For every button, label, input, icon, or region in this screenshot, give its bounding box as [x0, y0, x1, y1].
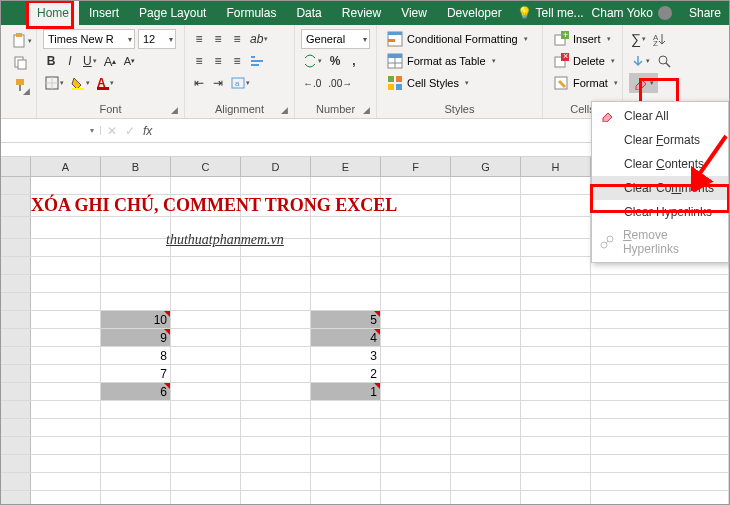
- col-E[interactable]: E: [311, 157, 381, 176]
- borders-button[interactable]: ▾: [43, 73, 66, 93]
- col-B[interactable]: B: [101, 157, 171, 176]
- cell-C13[interactable]: [171, 401, 241, 418]
- cell-B4[interactable]: [101, 239, 171, 256]
- cell-E8[interactable]: 5: [311, 311, 381, 328]
- cell-C12[interactable]: [171, 383, 241, 400]
- rowhead-2[interactable]: [1, 195, 31, 216]
- cell-B11[interactable]: 7: [101, 365, 171, 382]
- rowhead-1[interactable]: [1, 177, 31, 194]
- cell-H17[interactable]: [521, 473, 591, 490]
- percent-button[interactable]: %: [327, 51, 343, 71]
- cell-H15[interactable]: [521, 437, 591, 454]
- cell-B17[interactable]: [101, 473, 171, 490]
- cell-H16[interactable]: [521, 455, 591, 472]
- cell-E12[interactable]: 1: [311, 383, 381, 400]
- select-all-corner[interactable]: [1, 157, 31, 176]
- cell-H12[interactable]: [521, 383, 591, 400]
- rowhead-18[interactable]: [1, 491, 31, 505]
- cell-A6[interactable]: [31, 275, 101, 292]
- cell-E3[interactable]: [311, 217, 381, 238]
- tab-page-layout[interactable]: Page Layout: [129, 1, 216, 25]
- cell-B10[interactable]: 8: [101, 347, 171, 364]
- conditional-formatting-button[interactable]: Conditional Formatting▾: [383, 29, 536, 49]
- cell-C16[interactable]: [171, 455, 241, 472]
- sort-filter-icon[interactable]: AZ: [651, 29, 669, 49]
- cell-D7[interactable]: [241, 293, 311, 310]
- cell-A15[interactable]: [31, 437, 101, 454]
- col-D[interactable]: D: [241, 157, 311, 176]
- cell-A17[interactable]: [31, 473, 101, 490]
- format-as-table-button[interactable]: Format as Table▾: [383, 51, 536, 71]
- cell-_10[interactable]: [591, 347, 729, 364]
- find-select-icon[interactable]: [655, 51, 673, 71]
- tab-home[interactable]: Home: [27, 1, 79, 25]
- cell-B1[interactable]: [101, 177, 171, 194]
- user-account[interactable]: Cham Yoko: [592, 5, 673, 21]
- cell-A5[interactable]: [31, 257, 101, 274]
- cell-F16[interactable]: [381, 455, 451, 472]
- rowhead-17[interactable]: [1, 473, 31, 490]
- cell-_7[interactable]: [591, 293, 729, 310]
- cell-_9[interactable]: [591, 329, 729, 346]
- font-launcher[interactable]: ◢: [171, 105, 178, 115]
- enter-formula-icon[interactable]: ✓: [125, 124, 135, 138]
- cell-A8[interactable]: [31, 311, 101, 328]
- col-A[interactable]: A: [31, 157, 101, 176]
- tab-view[interactable]: View: [391, 1, 437, 25]
- cell-H3[interactable]: [521, 217, 591, 238]
- increase-indent-button[interactable]: ⇥: [210, 73, 226, 93]
- delete-cells-button[interactable]: ×Delete▾: [549, 51, 616, 71]
- cell-B12[interactable]: 6: [101, 383, 171, 400]
- alignment-launcher[interactable]: ◢: [281, 105, 288, 115]
- cell-styles-button[interactable]: Cell Styles▾: [383, 73, 536, 93]
- cell-G4[interactable]: [451, 239, 521, 256]
- cell-G10[interactable]: [451, 347, 521, 364]
- cell-E18[interactable]: [311, 491, 381, 505]
- number-launcher[interactable]: ◢: [363, 105, 370, 115]
- cell-H2[interactable]: [521, 195, 591, 216]
- cell-F18[interactable]: [381, 491, 451, 505]
- cell-C14[interactable]: [171, 419, 241, 436]
- tab-developer[interactable]: Developer: [437, 1, 512, 25]
- rowhead-12[interactable]: [1, 383, 31, 400]
- cell-H5[interactable]: [521, 257, 591, 274]
- cell-_18[interactable]: [591, 491, 729, 505]
- align-middle-button[interactable]: ≡: [210, 29, 226, 49]
- cell-D5[interactable]: [241, 257, 311, 274]
- rowhead-4[interactable]: [1, 239, 31, 256]
- cell-A16[interactable]: [31, 455, 101, 472]
- cell-G5[interactable]: [451, 257, 521, 274]
- col-C[interactable]: C: [171, 157, 241, 176]
- cell-D13[interactable]: [241, 401, 311, 418]
- cell-E15[interactable]: [311, 437, 381, 454]
- cell-_13[interactable]: [591, 401, 729, 418]
- cell-G2[interactable]: [451, 195, 521, 216]
- cell-D9[interactable]: [241, 329, 311, 346]
- decrease-indent-button[interactable]: ⇤: [191, 73, 207, 93]
- cell-F10[interactable]: [381, 347, 451, 364]
- cell-D1[interactable]: [241, 177, 311, 194]
- cell-B9[interactable]: 9: [101, 329, 171, 346]
- cell-C7[interactable]: [171, 293, 241, 310]
- cell-F6[interactable]: [381, 275, 451, 292]
- align-left-button[interactable]: ≡: [191, 51, 207, 71]
- font-size-combo[interactable]: 12▾: [138, 29, 176, 49]
- cell-F8[interactable]: [381, 311, 451, 328]
- cell-G15[interactable]: [451, 437, 521, 454]
- cell-B16[interactable]: [101, 455, 171, 472]
- cell-C8[interactable]: [171, 311, 241, 328]
- tab-review[interactable]: Review: [332, 1, 391, 25]
- cell-H7[interactable]: [521, 293, 591, 310]
- font-color-button[interactable]: A▾: [95, 73, 116, 93]
- cell-C5[interactable]: [171, 257, 241, 274]
- cell-A13[interactable]: [31, 401, 101, 418]
- cell-A12[interactable]: [31, 383, 101, 400]
- cell-C9[interactable]: [171, 329, 241, 346]
- merge-button[interactable]: a▾: [229, 73, 252, 93]
- align-top-button[interactable]: ≡: [191, 29, 207, 49]
- tab-formulas[interactable]: Formulas: [216, 1, 286, 25]
- cell-F9[interactable]: [381, 329, 451, 346]
- cell-D16[interactable]: [241, 455, 311, 472]
- cell-G12[interactable]: [451, 383, 521, 400]
- cell-C15[interactable]: [171, 437, 241, 454]
